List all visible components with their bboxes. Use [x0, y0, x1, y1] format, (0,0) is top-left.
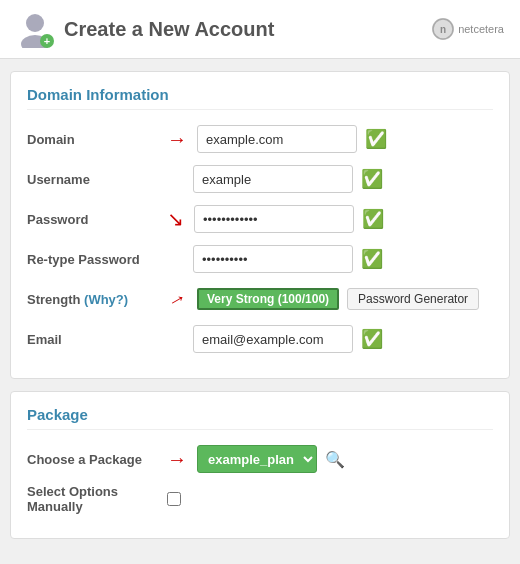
- strength-label-container: Strength (Why?): [27, 292, 167, 307]
- retype-password-row: Re-type Password ✅: [27, 244, 493, 274]
- package-section: Package Choose a Package → example_plan …: [10, 391, 510, 539]
- email-controls: ✅: [167, 325, 493, 353]
- netcetera-label: netcetera: [458, 23, 504, 35]
- package-select[interactable]: example_plan: [197, 445, 317, 473]
- password-arrow-icon: ↙: [167, 207, 184, 231]
- user-avatar-container: +: [16, 10, 54, 48]
- retype-password-controls: ✅: [167, 245, 493, 273]
- email-check-icon: ✅: [361, 328, 383, 350]
- strength-arrow-icon: →: [163, 284, 192, 314]
- domain-row: Domain → ✅: [27, 124, 493, 154]
- choose-package-label: Choose a Package: [27, 452, 167, 467]
- netcetera-icon: n: [432, 18, 454, 40]
- domain-section-title: Domain Information: [27, 86, 493, 110]
- strength-why-link[interactable]: (Why?): [84, 292, 128, 307]
- package-arrow-icon: →: [167, 448, 187, 471]
- select-manually-checkbox[interactable]: [167, 492, 181, 506]
- add-account-badge: +: [40, 34, 54, 48]
- strength-row: Strength (Why?) → Very Strong (100/100) …: [27, 284, 493, 314]
- username-row: Username ✅: [27, 164, 493, 194]
- select-manually-controls: [167, 492, 493, 506]
- password-row: Password ↙ ✅: [27, 204, 493, 234]
- package-section-title: Package: [27, 406, 493, 430]
- password-label: Password: [27, 212, 167, 227]
- email-input[interactable]: [193, 325, 353, 353]
- choose-package-row: Choose a Package → example_plan 🔍: [27, 444, 493, 474]
- email-row: Email ✅: [27, 324, 493, 354]
- domain-input[interactable]: [197, 125, 357, 153]
- username-label: Username: [27, 172, 167, 187]
- netcetera-logo: n netcetera: [432, 18, 504, 40]
- header-left: + Create a New Account: [16, 10, 274, 48]
- domain-section: Domain Information Domain → ✅ Username ✅…: [10, 71, 510, 379]
- username-check-icon: ✅: [361, 168, 383, 190]
- strength-controls: → Very Strong (100/100) Password Generat…: [167, 288, 493, 311]
- package-select-wrapper: example_plan 🔍: [197, 445, 345, 473]
- package-search-icon[interactable]: 🔍: [325, 450, 345, 469]
- svg-point-0: [26, 14, 44, 32]
- username-controls: ✅: [167, 165, 493, 193]
- select-manually-label: Select Options Manually: [27, 484, 167, 514]
- select-manually-row: Select Options Manually: [27, 484, 493, 514]
- password-check-icon: ✅: [362, 208, 384, 230]
- domain-controls: → ✅: [167, 125, 493, 153]
- password-generator-button[interactable]: Password Generator: [347, 288, 479, 310]
- page-title: Create a New Account: [64, 18, 274, 41]
- retype-password-check-icon: ✅: [361, 248, 383, 270]
- domain-label: Domain: [27, 132, 167, 147]
- domain-arrow-icon: →: [167, 128, 187, 151]
- page-header: + Create a New Account n netcetera: [0, 0, 520, 59]
- password-controls: ↙ ✅: [167, 205, 493, 233]
- svg-text:n: n: [440, 24, 446, 35]
- retype-password-input[interactable]: [193, 245, 353, 273]
- username-input[interactable]: [193, 165, 353, 193]
- password-input[interactable]: [194, 205, 354, 233]
- strength-badge: Very Strong (100/100): [197, 288, 339, 310]
- choose-package-controls: → example_plan 🔍: [167, 445, 493, 473]
- retype-password-label: Re-type Password: [27, 252, 167, 267]
- domain-check-icon: ✅: [365, 128, 387, 150]
- email-label: Email: [27, 332, 167, 347]
